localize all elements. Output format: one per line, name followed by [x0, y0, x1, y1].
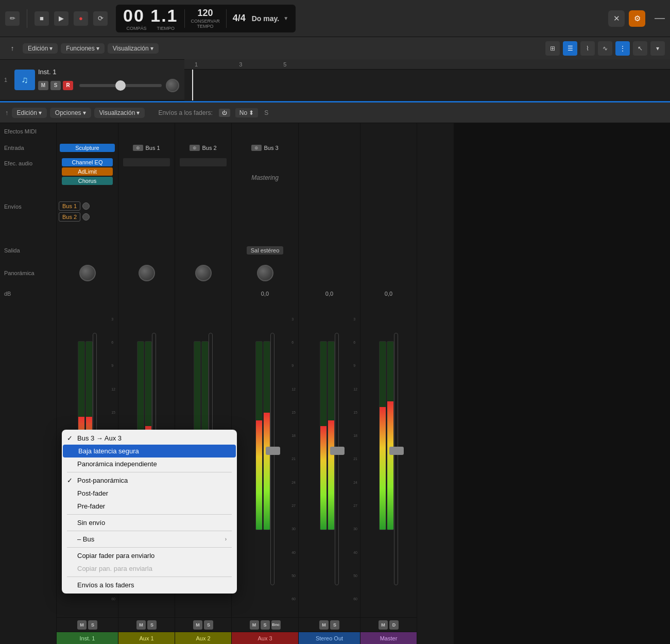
funciones-arrow: ▾	[96, 45, 99, 52]
ruler-mark-1: 1	[195, 61, 198, 67]
menu-item-panoramica-indep[interactable]: Panorámica independiente	[62, 457, 237, 470]
aux3-pan-knob[interactable]	[257, 265, 273, 281]
stereo-vu-r	[328, 341, 335, 530]
master-fader-rail[interactable]	[394, 333, 398, 585]
stop-btn[interactable]: ■	[35, 11, 49, 26]
fader-thumb	[115, 80, 126, 91]
dropdown-btn[interactable]: ▾	[650, 41, 665, 56]
master-d[interactable]: D	[389, 620, 399, 630]
grid-view-btn[interactable]: ⊞	[545, 41, 560, 56]
menu-divider-5	[67, 577, 232, 577]
pointer-btn[interactable]: ↖	[633, 41, 647, 56]
adlimit-btn[interactable]: AdLimit	[62, 167, 113, 176]
aux3-salida[interactable]: Sal estéreo	[232, 241, 298, 260]
stereo-fader-rail[interactable]	[335, 333, 339, 585]
key-dropdown-icon[interactable]: ▼	[283, 15, 288, 21]
close-display-btn[interactable]: ✕	[608, 10, 625, 27]
stereo-solo[interactable]: S	[330, 620, 339, 630]
aux1-mute[interactable]: M	[136, 620, 146, 630]
aux3-fader-handle[interactable]	[266, 447, 280, 455]
aux3-fader-rail[interactable]	[270, 333, 274, 585]
aux3-solo[interactable]: S	[261, 620, 270, 630]
aux3-mute[interactable]: M	[250, 620, 259, 630]
sculpture-btn[interactable]: Sculpture	[60, 144, 115, 152]
inst1-panoramica[interactable]	[57, 260, 118, 286]
menu-item-sin-envio[interactable]: Sin envío	[62, 516, 237, 529]
cycle-btn[interactable]: ⟳	[93, 11, 108, 26]
curve-btn[interactable]: ⌇	[580, 41, 595, 56]
envios-power-btn[interactable]: ⏻	[219, 109, 230, 117]
aux2-panoramica[interactable]	[175, 260, 231, 286]
menu-item-post-panoramica[interactable]: Post-panorámica	[62, 474, 237, 487]
menu-item-envios-faders[interactable]: Envíos a los faders	[62, 579, 237, 591]
split-btn[interactable]: ⋮	[615, 41, 630, 56]
menu-item-baja-latencia[interactable]: Baja latencia segura	[63, 445, 236, 457]
menu-sin-envio-label: Sin envío	[77, 519, 105, 527]
inst1-mute[interactable]: M	[77, 620, 87, 630]
stereo-mute[interactable]: M	[319, 620, 329, 630]
aux1-entrada[interactable]: ⊕ Bus 1	[118, 140, 175, 156]
visualizacion-label: Visualización	[113, 45, 149, 52]
menu-item-post-fader[interactable]: Post-fader	[62, 487, 237, 500]
aux3-vu	[255, 341, 270, 578]
menu-item-copiar-fader[interactable]: Copiar fader para enviarlo	[62, 549, 237, 562]
aux1-solo[interactable]: S	[147, 620, 157, 630]
track-number: 1	[0, 77, 11, 83]
aux3-bnc[interactable]: Bnc	[271, 620, 281, 630]
channel-aux3: ⊕ Bus 3 Mastering Sal estéreo 0,0	[232, 123, 299, 644]
list-view-btn[interactable]: ☰	[563, 41, 577, 56]
aux2-solo[interactable]: S	[204, 620, 213, 630]
aux1-pan-knob[interactable]	[139, 265, 155, 281]
aux3-entrada[interactable]: ⊕ Bus 3	[232, 140, 298, 156]
aux1-panoramica[interactable]	[118, 260, 175, 286]
aux2-bus-label: Bus 2	[202, 145, 216, 151]
transport-display: 00 1.1 COMPÁS TIEMPO 120 CONSERVAR TEMPO…	[116, 5, 296, 32]
inst1-msr: M S	[57, 617, 118, 632]
aux3-msr: M S Bnc	[232, 617, 298, 632]
wave-btn[interactable]: ∿	[598, 41, 612, 56]
record-btn[interactable]: ●	[74, 11, 88, 26]
visualizacion-menu[interactable]: Visualización ▾	[108, 43, 159, 54]
inst1-solo[interactable]: S	[88, 620, 97, 630]
aux2-pan-knob[interactable]	[195, 265, 212, 281]
pan-knob-track[interactable]	[166, 79, 179, 92]
mixer-back-btn[interactable]: ↑	[5, 109, 9, 116]
aux2-entrada[interactable]: ⊕ Bus 2	[175, 140, 231, 156]
back-btn[interactable]: ↑	[5, 41, 20, 56]
solo-btn[interactable]: S	[50, 81, 61, 90]
aux2-mute[interactable]: M	[193, 620, 202, 630]
stereo-fader-handle[interactable]	[330, 447, 345, 455]
envios-value-btn[interactable]: No ⬍	[235, 108, 258, 117]
mixer-edicion-label: Edición	[17, 109, 37, 116]
chorus-btn[interactable]: Chorus	[62, 177, 113, 185]
edicion-menu[interactable]: Edición ▾	[23, 43, 58, 54]
menu-item-bus3-aux3[interactable]: Bus 3 → Aux 3	[62, 432, 237, 445]
track-fader[interactable]	[79, 84, 162, 87]
play-btn[interactable]: ▶	[54, 11, 68, 26]
funciones-menu[interactable]: Funciones ▾	[61, 43, 104, 54]
inst1-bus1-btn[interactable]: Bus 1	[59, 201, 80, 211]
pencil-tool-btn[interactable]: ✏	[5, 11, 20, 26]
inst1-bus2-circle[interactable]	[82, 213, 90, 221]
settings-btn[interactable]: ⚙	[629, 10, 645, 27]
track-info: Inst. 1 M S R	[38, 68, 179, 92]
menu-item-pre-fader[interactable]: Pre-fader	[62, 500, 237, 513]
inst1-pan-knob[interactable]	[79, 265, 96, 281]
aux3-panoramica[interactable]	[232, 260, 298, 286]
record-arm-btn[interactable]: R	[63, 81, 73, 90]
master-mute[interactable]: M	[379, 620, 388, 630]
mixer-visualizacion-menu[interactable]: Visualización ▾	[94, 108, 145, 118]
channel-eq-btn[interactable]: Channel EQ	[62, 158, 113, 166]
mixer-opciones-menu[interactable]: Opciones ▾	[50, 108, 91, 118]
menu-item-bus[interactable]: – Bus ›	[62, 533, 237, 546]
inst1-entrada[interactable]: Sculpture	[57, 140, 118, 156]
mute-btn[interactable]: M	[38, 81, 48, 90]
track-name: Inst. 1	[38, 68, 179, 76]
mixer-edicion-menu[interactable]: Edición ▾	[12, 108, 47, 118]
aux2-empty-slot	[180, 158, 227, 166]
inst1-bus2-btn[interactable]: Bus 2	[59, 212, 80, 222]
key-value: Do may.	[252, 14, 279, 23]
inst1-bus1-circle[interactable]	[82, 202, 90, 210]
master-fader-handle[interactable]	[389, 447, 404, 455]
aux3-salida-btn[interactable]: Sal estéreo	[247, 246, 284, 255]
